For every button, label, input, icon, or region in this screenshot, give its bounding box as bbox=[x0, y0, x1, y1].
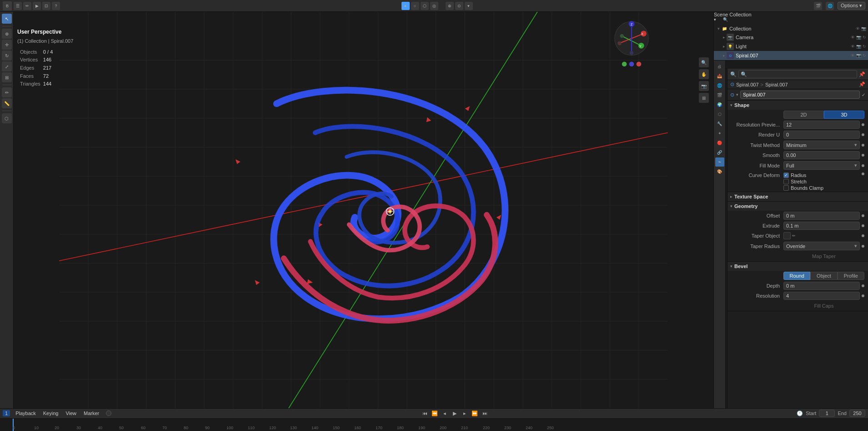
world-selector[interactable]: 🌐 bbox=[826, 2, 834, 10]
smooth-dot[interactable] bbox=[862, 154, 864, 157]
start-frame-input[interactable]: 1 bbox=[819, 410, 835, 417]
icon-render[interactable]: ▶ bbox=[33, 2, 41, 10]
stretch-checkbox[interactable] bbox=[783, 179, 789, 184]
icon-file[interactable]: ☰ bbox=[14, 2, 22, 10]
shape-section-header[interactable]: ▾ Shape bbox=[728, 101, 868, 110]
fill-mode-value[interactable]: Full bbox=[783, 161, 860, 170]
play-btn[interactable]: ▶ bbox=[451, 409, 459, 417]
physics-icon[interactable]: 🔴 bbox=[715, 138, 724, 147]
world-props-icon[interactable]: 🌍 bbox=[715, 100, 724, 109]
select-tool[interactable]: ↖ bbox=[2, 14, 12, 24]
outliner-item-spiral[interactable]: ▸ ⊙ Spiral.007 👁 📷 ↻ bbox=[714, 51, 868, 60]
radius-checkbox[interactable]: ✓ bbox=[783, 172, 789, 178]
bevel-round-btn[interactable]: Round bbox=[783, 272, 810, 280]
object-props-icon[interactable]: ⬡ bbox=[715, 110, 724, 119]
bevel-resolution-value[interactable]: 4 bbox=[783, 292, 860, 300]
geometry-section-header[interactable]: ▾ Geometry bbox=[728, 202, 868, 211]
outliner-item-camera[interactable]: ▸ 📷 Camera 👁 📷 ↻ bbox=[714, 33, 868, 42]
view-menu[interactable]: View bbox=[64, 410, 78, 417]
camera-btn[interactable]: 📷 bbox=[699, 81, 709, 91]
keying-menu[interactable]: Keying bbox=[41, 410, 60, 417]
render-u-dot[interactable] bbox=[862, 133, 864, 136]
spiral-extra-icon[interactable]: ↻ bbox=[863, 53, 866, 58]
light-extra-icon[interactable]: ↻ bbox=[863, 44, 866, 49]
render-props-icon[interactable]: 🖨 bbox=[715, 62, 724, 71]
outliner-item-collection[interactable]: ▾ 📁 Collection 👁 📷 bbox=[714, 25, 868, 33]
breadcrumb-pin[interactable]: 📌 bbox=[859, 81, 865, 87]
fill-mode-dot[interactable] bbox=[862, 164, 864, 167]
material-icon[interactable]: 🎨 bbox=[715, 167, 724, 176]
twist-method-dot[interactable] bbox=[862, 144, 864, 147]
display-material[interactable]: ⬡ bbox=[421, 2, 429, 10]
icon-edit[interactable]: ✏ bbox=[23, 2, 31, 10]
object-name-input[interactable] bbox=[740, 91, 860, 99]
outliner-filter[interactable]: ▾ bbox=[714, 17, 721, 25]
outliner-search[interactable]: 🔍 bbox=[723, 17, 730, 25]
fill-caps-value[interactable]: Fill Caps bbox=[783, 302, 864, 309]
scene-selector[interactable]: 🎬 bbox=[814, 2, 822, 10]
render-u-value[interactable]: 0 bbox=[783, 131, 860, 139]
bevel-depth-dot[interactable] bbox=[862, 284, 864, 287]
outliner-item-light[interactable]: ▸ 💡 Light 👁 📷 ↻ bbox=[714, 42, 868, 51]
viewport[interactable]: X Y Z User Perspective (1) Col bbox=[14, 12, 713, 408]
output-props-icon[interactable]: 📤 bbox=[715, 71, 724, 81]
annotate-tool[interactable]: ✏ bbox=[2, 87, 12, 97]
offset-value[interactable]: 0 m bbox=[783, 212, 860, 220]
display-wire[interactable]: ● bbox=[401, 2, 410, 10]
bevel-object-btn[interactable]: Object bbox=[810, 272, 837, 280]
display-render[interactable]: ◎ bbox=[430, 2, 438, 10]
taper-radius-dot[interactable] bbox=[862, 245, 864, 248]
modifier-icon[interactable]: 🔧 bbox=[715, 119, 724, 128]
cursor-tool[interactable]: ⊕ bbox=[2, 29, 12, 39]
measure-tool[interactable]: 📏 bbox=[2, 98, 12, 108]
primitive-tool[interactable]: ⬡ bbox=[2, 113, 12, 123]
breadcrumb-item-1[interactable]: Spiral.007 bbox=[736, 82, 759, 87]
marker-menu[interactable]: Marker bbox=[82, 410, 101, 417]
camera-render-icon[interactable]: 📷 bbox=[856, 35, 861, 40]
spiral-render-icon[interactable]: 📷 bbox=[856, 53, 861, 58]
prev-frame-btn[interactable]: ◂ bbox=[441, 409, 449, 417]
next-keyframe-btn[interactable]: ⏩ bbox=[471, 409, 479, 417]
options-button[interactable]: Options ▾ bbox=[838, 2, 865, 10]
rotate-tool[interactable]: ↻ bbox=[2, 51, 12, 61]
icon-help[interactable]: ? bbox=[52, 2, 60, 10]
bevel-depth-value[interactable]: 0 m bbox=[783, 282, 860, 290]
playback-menu[interactable]: Playback bbox=[14, 410, 38, 417]
shape-3d-btn[interactable]: 3D bbox=[824, 111, 864, 119]
taper-object-box[interactable] bbox=[783, 232, 791, 239]
texture-space-header[interactable]: ▸ Texture Space bbox=[728, 192, 868, 201]
overlay-icon[interactable]: ⊕ bbox=[446, 2, 454, 10]
scale-tool[interactable]: ⤢ bbox=[2, 61, 12, 71]
pan-btn[interactable]: ✋ bbox=[699, 69, 709, 79]
resolution-preview-value[interactable]: 12 bbox=[783, 121, 860, 129]
bevel-resolution-dot[interactable] bbox=[862, 294, 864, 297]
ortho-btn[interactable]: ⊞ bbox=[699, 93, 709, 103]
camera-extra-icon[interactable]: ↻ bbox=[863, 35, 866, 40]
taper-pencil-icon[interactable]: ✏ bbox=[792, 233, 796, 238]
filter-icon[interactable]: ▾ bbox=[465, 2, 473, 10]
light-visibility-icon[interactable]: 👁 bbox=[851, 44, 855, 49]
camera-visibility-icon[interactable]: 👁 bbox=[851, 35, 855, 40]
bounds-clamp-checkbox[interactable] bbox=[783, 185, 789, 191]
offset-dot[interactable] bbox=[862, 214, 864, 217]
particles-icon[interactable]: ✦ bbox=[715, 129, 724, 138]
timeline-ruler[interactable]: 0 10 20 30 40 50 60 70 80 90 100 110 120… bbox=[0, 419, 868, 431]
jump-start-btn[interactable]: ⏮ bbox=[421, 409, 429, 417]
curve-deform-dot[interactable] bbox=[862, 172, 864, 175]
spiral-visibility-icon[interactable]: 👁 bbox=[851, 53, 855, 58]
taper-radius-value[interactable]: Override bbox=[783, 242, 860, 250]
smooth-value[interactable]: 0.00 bbox=[783, 151, 860, 159]
transform-tool[interactable]: ⊞ bbox=[2, 72, 12, 82]
constraints-icon[interactable]: 🔗 bbox=[715, 148, 724, 157]
next-frame-btn[interactable]: ▸ bbox=[461, 409, 469, 417]
extrude-value[interactable]: 0.1 m bbox=[783, 222, 860, 230]
object-expand-arrow[interactable]: ▾ bbox=[736, 92, 738, 97]
view-layer-icon[interactable]: 🌐 bbox=[715, 81, 724, 90]
icon-window[interactable]: ⊡ bbox=[42, 2, 50, 10]
shape-2d-btn[interactable]: 2D bbox=[783, 111, 824, 119]
prev-keyframe-btn[interactable]: ⏪ bbox=[431, 409, 439, 417]
data-props-icon[interactable]: ~ bbox=[715, 157, 724, 167]
xray-icon[interactable]: ⊙ bbox=[455, 2, 463, 10]
zoom-in-btn[interactable]: 🔍 bbox=[699, 57, 709, 67]
visibility-icon[interactable]: 👁 bbox=[856, 26, 860, 31]
